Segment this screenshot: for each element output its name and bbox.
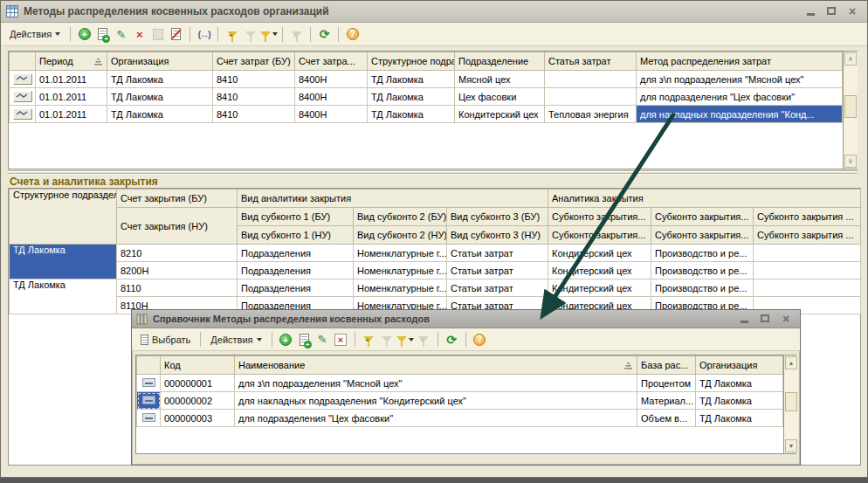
column-header-icon[interactable]: [137, 356, 161, 375]
select-icon: [141, 335, 148, 345]
column-header-subclose2[interactable]: Субконто закрытия...: [651, 226, 754, 245]
column-header-subclose3[interactable]: Субконто закрытия ...: [754, 208, 861, 226]
toggle-activity-button[interactable]: [168, 26, 184, 42]
table1-scrollbar[interactable]: ∧ ∨: [843, 52, 858, 169]
column-header-cost-item[interactable]: Статья затрат: [545, 52, 637, 71]
table-row[interactable]: ТД Лакомка 8210 Подразделения Номенклату…: [10, 245, 861, 262]
post-button: [149, 26, 166, 42]
column-header-name[interactable]: Наименование: [235, 356, 637, 375]
minimize-button[interactable]: [738, 313, 750, 325]
delete-button[interactable]: ×: [131, 26, 148, 42]
table-row[interactable]: 8200Н Подразделения Номенклатурные г... …: [10, 262, 861, 279]
close-button[interactable]: ×: [780, 313, 792, 325]
edit-button[interactable]: ✎: [113, 26, 129, 42]
date-interval-button[interactable]: (↔): [196, 26, 212, 42]
selected-cell[interactable]: для накладных подразделения "Конд...: [637, 106, 843, 123]
maximize-button[interactable]: [825, 6, 837, 17]
filter-history-button[interactable]: [260, 26, 277, 42]
scroll-down-button[interactable]: ∨: [844, 155, 857, 168]
column-header-period[interactable]: Период: [36, 52, 107, 71]
column-header-account-nu[interactable]: Счет затра...: [295, 52, 368, 71]
column-header-method[interactable]: Метод распределения затрат: [637, 52, 843, 71]
add-icon: +: [279, 334, 292, 346]
list-item[interactable]: 000000002 для накладных подразделения "К…: [137, 392, 783, 410]
scroll-up-button[interactable]: ∧: [844, 52, 857, 66]
scroll-thumb[interactable]: [785, 392, 797, 411]
column-header-struct-subdivision[interactable]: Структурное подразделение: [10, 190, 117, 245]
column-header-subclose3[interactable]: Субконто закрытия ...: [754, 226, 861, 245]
selected-cell[interactable]: [137, 392, 161, 410]
column-header-department[interactable]: Подразделение: [455, 52, 545, 71]
scroll-up-button[interactable]: ▲: [785, 356, 797, 369]
column-header-base[interactable]: База рас...: [637, 356, 696, 375]
add-button[interactable]: +: [278, 332, 294, 348]
copy-button[interactable]: +: [94, 26, 111, 42]
add-button[interactable]: +: [76, 26, 93, 42]
main-toolbar: Действия + + ✎ × (↔) + × ⟳ ?: [1, 23, 867, 46]
column-header-subclose1[interactable]: Субконто закрытия...: [548, 226, 651, 245]
column-header-code[interactable]: Код: [161, 356, 235, 375]
edit-button[interactable]: ✎: [314, 332, 331, 348]
refresh-button[interactable]: ⟳: [316, 26, 333, 42]
reference-book-window: Справочник Методы распределения косвенны…: [131, 309, 801, 466]
scroll-down-button[interactable]: ▼: [785, 439, 797, 452]
scroll-thumb[interactable]: [844, 95, 857, 118]
sort-ascending-icon: [623, 362, 633, 369]
column-header-struct[interactable]: Структурное подра...: [368, 52, 455, 71]
close-button[interactable]: ×: [846, 5, 858, 17]
column-header-closing-analytics-group[interactable]: Аналитика закрытия: [548, 190, 861, 208]
copy-button[interactable]: +: [296, 332, 313, 348]
column-header-sub3-bu[interactable]: Вид субконто 3 (БУ): [447, 208, 548, 226]
column-header-subclose1[interactable]: Субконто закрытия...: [548, 208, 651, 226]
actions-button[interactable]: Действия: [5, 27, 65, 41]
list-item[interactable]: 000000001 для з\п подразделения "Мясной …: [137, 375, 783, 392]
select-button[interactable]: Выбрать: [136, 333, 195, 347]
column-header-sub1-nu[interactable]: Вид субконто 1 (НУ): [238, 226, 354, 245]
filter-by-value-icon: [382, 336, 392, 342]
column-header-sub1-bu[interactable]: Вид субконто 1 (БУ): [238, 208, 354, 226]
edit-pencil-icon: ✎: [318, 333, 327, 346]
help-button[interactable]: ?: [472, 332, 488, 348]
table-row[interactable]: 01.01.2011 ТД Лакомка 8410 8400Н ТД Лако…: [10, 71, 843, 88]
table-row[interactable]: ТД Лакомка 8110 Подразделения Номенклату…: [10, 279, 861, 297]
clear-filter-button: ×: [416, 332, 432, 348]
copy-icon: +: [300, 334, 309, 346]
column-header-sub2-bu[interactable]: Вид субконто 2 (БУ): [354, 208, 447, 226]
table-row[interactable]: 01.01.2011 ТД Лакомка 8410 8400Н ТД Лако…: [10, 88, 843, 106]
column-header-sub3-nu[interactable]: Вид субконто 3 (НУ): [447, 226, 548, 245]
filter-sort-button[interactable]: +: [224, 26, 240, 42]
popup-scrollbar[interactable]: ▲ ▼: [783, 355, 798, 453]
actions-button[interactable]: Действия: [206, 333, 265, 347]
refresh-button[interactable]: ⟳: [444, 332, 460, 348]
set-deletion-mark-button[interactable]: ×: [333, 332, 349, 348]
sort-ascending-icon: [93, 58, 103, 66]
column-header-account-bu[interactable]: Счет затрат (БУ): [213, 52, 295, 71]
filter-sort-button[interactable]: +: [361, 332, 377, 348]
column-header-icon[interactable]: [10, 52, 36, 71]
catalog-item-icon: [142, 378, 155, 387]
help-button[interactable]: ?: [344, 26, 361, 42]
help-icon: ?: [347, 28, 359, 40]
filter-history-button[interactable]: [397, 332, 414, 348]
delete-icon: ×: [136, 28, 143, 41]
maximize-button[interactable]: [759, 314, 771, 324]
record-icon: [13, 91, 32, 102]
list-item[interactable]: 000000003 для подразделения "Цех фасовки…: [137, 410, 783, 427]
column-header-organization[interactable]: Организация: [696, 356, 783, 375]
column-header-analytics-kind-group[interactable]: Вид аналитики закрытия: [238, 190, 548, 208]
clear-filter-button: ×: [288, 26, 305, 42]
methods-list-table: Код Наименование База рас... Организация…: [135, 355, 796, 454]
filter-sort-icon: +: [363, 336, 374, 342]
table-row[interactable]: 01.01.2011 ТД Лакомка 8410 8400Н ТД Лако…: [10, 106, 843, 123]
column-header-closing-account-bu[interactable]: Счет закрытия (БУ): [117, 190, 238, 208]
popup-title-bar: Справочник Методы распределения косвенны…: [132, 310, 800, 328]
minimize-button[interactable]: [804, 5, 816, 17]
column-header-subclose2[interactable]: Субконто закрытия...: [651, 208, 754, 226]
column-header-closing-account-nu[interactable]: Счет закрытия (НУ): [117, 208, 238, 245]
register-grid-icon: [6, 5, 18, 17]
column-header-organization[interactable]: Организация: [107, 52, 213, 71]
popup-title: Справочник Методы распределения косвенны…: [153, 314, 430, 324]
deletion-mark-icon: ×: [334, 334, 347, 346]
column-header-sub2-nu[interactable]: Вид субконто 2 (НУ): [354, 226, 447, 245]
selected-cell[interactable]: ТД Лакомка: [10, 245, 117, 279]
